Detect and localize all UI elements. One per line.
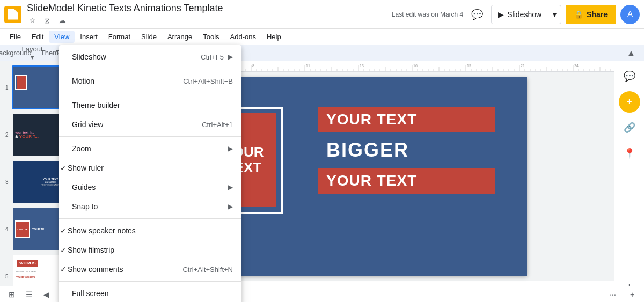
menu-item-show-speaker-notes[interactable]: Show speaker notes [59, 221, 241, 240]
menu-item-slideshow-icon: ▶ [228, 53, 233, 61]
menu-item-grid-view[interactable]: Grid view Ctrl+Alt+1 [59, 115, 241, 134]
menu-divider-5 [59, 281, 241, 282]
menu-divider-4 [59, 218, 241, 219]
menu-item-show-comments-label: Show comments [68, 265, 123, 274]
menu-item-snap-to[interactable]: Snap to ▶ [59, 197, 241, 216]
menu-item-motion[interactable]: Motion Ctrl+Alt+Shift+B [59, 71, 241, 91]
menu-divider-1 [59, 69, 241, 69]
menu-divider-2 [59, 93, 241, 93]
menu-item-guides[interactable]: Guides ▶ [59, 178, 241, 197]
menu-item-show-comments-shortcut: Ctrl+Alt+Shift+N [182, 266, 233, 274]
menu-item-snap-to-arrow: ▶ [228, 203, 233, 210]
menu-item-full-screen-label: Full screen [72, 289, 108, 298]
menu-item-guides-label: Guides [72, 183, 96, 191]
menu-divider-3 [59, 136, 241, 137]
menu-item-slideshow-shortcut: Ctrl+F5 [201, 53, 224, 61]
menu-item-zoom[interactable]: Zoom ▶ [59, 139, 241, 158]
menu-item-show-ruler-label: Show ruler [68, 164, 104, 172]
menu-item-show-filmstrip-label: Show filmstrip [68, 246, 114, 254]
menu-item-slideshow-label: Slideshow [72, 53, 106, 61]
menu-item-motion-shortcut: Ctrl+Alt+Shift+B [183, 77, 233, 85]
menu-item-grid-view-shortcut: Ctrl+Alt+1 [202, 121, 233, 129]
menu-item-show-comments[interactable]: Show comments Ctrl+Alt+Shift+N [59, 260, 241, 279]
menu-item-show-ruler[interactable]: Show ruler [59, 158, 241, 178]
menu-item-motion-label: Motion [72, 77, 94, 85]
menu-item-snap-to-label: Snap to [72, 202, 98, 211]
view-dropdown-menu: Slideshow Ctrl+F5 ▶ Motion Ctrl+Alt+Shif… [59, 45, 241, 302]
menu-item-guides-arrow: ▶ [228, 183, 233, 191]
menu-item-full-screen[interactable]: Full screen [59, 284, 241, 302]
menu-item-slideshow[interactable]: Slideshow Ctrl+F5 ▶ [59, 47, 241, 67]
menu-item-zoom-arrow: ▶ [228, 145, 233, 152]
menu-item-show-filmstrip[interactable]: Show filmstrip [59, 240, 241, 260]
menu-item-theme-builder-label: Theme builder [72, 101, 120, 109]
menu-item-show-speaker-notes-label: Show speaker notes [68, 226, 136, 235]
menu-item-theme-builder[interactable]: Theme builder [59, 95, 241, 115]
menu-item-grid-view-label: Grid view [72, 120, 103, 129]
menu-item-zoom-label: Zoom [72, 144, 91, 153]
